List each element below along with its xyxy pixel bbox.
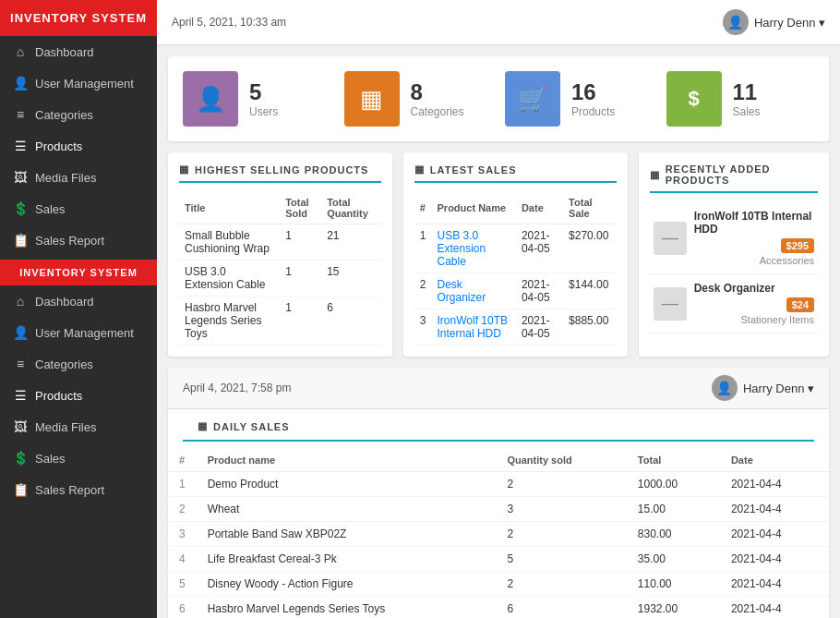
row-total: 1000.00 (627, 472, 720, 497)
users-count: 5 (249, 79, 278, 105)
sidebar2-item-user-management[interactable]: 👤 User Management (0, 317, 157, 348)
col-title: Title (179, 192, 280, 224)
stat-info-categories: 8 Categories (411, 79, 464, 118)
dashboard2-icon: ⌂ (13, 294, 28, 309)
list-item: — Desk Organizer $24 Stationery Items (650, 274, 818, 333)
table-row: USB 3.0 Extension Cable 1 15 (179, 261, 381, 297)
sidebar2-item-categories[interactable]: ≡ Categories (0, 348, 157, 380)
col-qty: Total Quantity (321, 192, 381, 224)
avatar: 👤 (723, 9, 749, 35)
product-name: USB 3.0 Extension Cable (432, 224, 516, 273)
topbar-user[interactable]: 👤 Harry Denn ▾ (723, 9, 825, 35)
grid4-icon: ▦ (198, 420, 208, 432)
row-num: 5 (168, 572, 197, 597)
report2-icon: 📋 (13, 482, 28, 497)
user2-name: Harry Denn ▾ (743, 382, 814, 395)
product-name: IronWolf 10TB Internal HDD (432, 309, 516, 345)
section2: April 4, 2021, 7:58 pm 👤 Harry Denn ▾ ▦ … (168, 368, 829, 618)
report-icon: 📋 (13, 233, 28, 248)
row-total: 35.00 (627, 547, 720, 572)
section2-user[interactable]: 👤 Harry Denn ▾ (712, 375, 814, 401)
sidebar-item-label: User Management (35, 77, 134, 91)
table-row: 2 Desk Organizer 2021-04-05 $144.00 (414, 273, 617, 309)
sidebar-item-sales-report[interactable]: 📋 Sales Report (0, 224, 157, 256)
sidebar2-item-sales-report[interactable]: 📋 Sales Report (0, 474, 157, 505)
latest-sales-table: # Product Name Date Total Sale 1 USB 3.0… (414, 192, 617, 345)
sidebar-item-label: Media Files (35, 171, 96, 185)
panels: ▦ HIGHEST SELLING PRODUCTS Title Total S… (168, 152, 829, 357)
sidebar-item-categories[interactable]: ≡ Categories (0, 99, 157, 130)
col-total: Total Sale (563, 192, 617, 224)
recently-added-panel: ▦ RECENTLY ADDED PRODUCTS — IronWolf 10T… (639, 152, 829, 357)
qty-sold: 2 (496, 472, 626, 497)
row-date: 2021-04-4 (720, 597, 829, 619)
product-info: IronWolf 10TB Internal HDD $295 Accessor… (694, 210, 814, 266)
categories-count: 8 (411, 79, 464, 105)
sidebar-item-label: Sales Report (35, 234, 104, 248)
total-sold: 1 (280, 261, 321, 297)
recently-added-title: ▦ RECENTLY ADDED PRODUCTS (650, 164, 818, 193)
media2-icon: 🖼 (13, 419, 28, 434)
avatar2: 👤 (712, 375, 738, 401)
sidebar-item-label: User Management (35, 326, 134, 340)
grid2-icon: ▦ (414, 164, 425, 176)
stat-info-sales: 11 Sales (733, 79, 761, 118)
sidebar-section-label: INVENTORY SYSTEM (0, 260, 157, 285)
row-total: 110.00 (627, 572, 720, 597)
sidebar-item-user-management[interactable]: 👤 User Management (0, 67, 157, 99)
product-name: Demo Product (197, 472, 497, 497)
stat-card-users: 👤 5 Users (183, 71, 331, 127)
sidebar-item-products[interactable]: ☰ Products (0, 130, 157, 162)
product-thumb: — (654, 287, 687, 321)
row-num: 4 (168, 547, 197, 572)
products-icon: ☰ (13, 139, 28, 153)
latest-sales-title: ▦ LATEST SALES (414, 164, 617, 183)
table-row: 1 USB 3.0 Extension Cable 2021-04-05 $27… (414, 224, 617, 273)
sidebar2-item-products[interactable]: ☰ Products (0, 380, 157, 411)
daily-col-qty: Quantity sold (496, 449, 626, 472)
daily-col-name: Product name (197, 449, 497, 472)
categories-label: Categories (411, 105, 464, 118)
row-total: 830.00 (627, 522, 720, 547)
table-row: 6 Hasbro Marvel Legends Series Toys 6 19… (168, 597, 829, 619)
price-badge: $24 (786, 297, 814, 312)
product-category: Stationery Items (694, 314, 814, 325)
total-sold: 1 (280, 224, 321, 261)
sale-date: 2021-04-05 (516, 309, 563, 345)
sales-icon: 💲 (13, 201, 28, 216)
stat-card-products: 🛒 16 Products (505, 71, 654, 127)
table-row: 1 Demo Product 2 1000.00 2021-04-4 (168, 472, 829, 497)
sidebar-item-label: Categories (35, 108, 93, 122)
product-name: Hasbro Marvel Legends Series Toys (197, 597, 497, 619)
sidebar-item-label: Dashboard (35, 295, 94, 309)
sale-total: $144.00 (563, 273, 617, 309)
section2-date: April 4, 2021, 7:58 pm (183, 382, 291, 394)
qty-sold: 2 (496, 522, 626, 547)
sidebar2-item-media[interactable]: 🖼 Media Files (0, 411, 157, 442)
section2-topbar: April 4, 2021, 7:58 pm 👤 Harry Denn ▾ (168, 368, 829, 409)
product-title: Hasbro Marvel Legends Series Toys (179, 297, 280, 345)
sidebar-item-media[interactable]: 🖼 Media Files (0, 162, 157, 193)
sidebar-item-sales[interactable]: 💲 Sales (0, 193, 157, 224)
daily-col-date: Date (720, 449, 829, 472)
price-badge: $295 (781, 238, 814, 253)
row-num: 1 (168, 472, 197, 497)
total-qty: 6 (321, 297, 381, 345)
sidebar2-item-dashboard[interactable]: ⌂ Dashboard (0, 285, 157, 317)
product-name: IronWolf 10TB Internal HDD (694, 210, 814, 236)
sidebar-item-dashboard[interactable]: ⌂ Dashboard (0, 36, 157, 67)
col-product: Product Name (432, 192, 516, 224)
qty-sold: 2 (496, 572, 626, 597)
daily-col-total: Total (627, 449, 720, 472)
row-date: 2021-04-4 (720, 497, 829, 522)
table-row: 5 Disney Woody - Action Figure 2 110.00 … (168, 572, 829, 597)
table-row: 3 Portable Band Saw XBP02Z 2 830.00 2021… (168, 522, 829, 547)
row-num: 3 (168, 522, 197, 547)
dashboard-icon: ⌂ (13, 44, 28, 59)
total-qty: 21 (321, 224, 381, 261)
product-info: Desk Organizer $24 Stationery Items (694, 282, 814, 325)
col-num: # (414, 192, 432, 224)
sidebar2-item-sales[interactable]: 💲 Sales (0, 442, 157, 474)
daily-sales-title: ▦ DAILY SALES (183, 409, 814, 442)
row-num: 6 (168, 597, 197, 619)
